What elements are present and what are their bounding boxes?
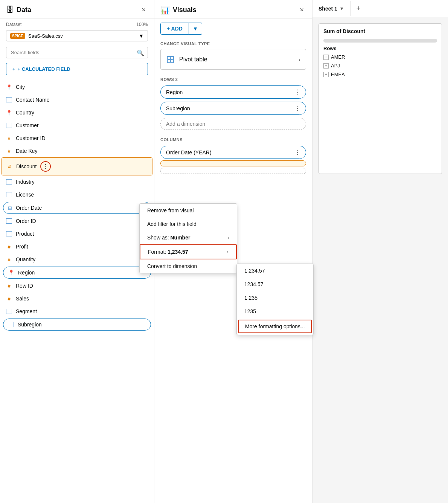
spice-badge: SPICE (10, 33, 25, 39)
add-dimension-label: Add a dimension (166, 121, 205, 127)
data-panel-close-button[interactable]: × (139, 5, 148, 15)
dim-icon (8, 322, 14, 327)
context-menu-item-convert[interactable]: Convert to dimension (140, 259, 237, 273)
dim-icon (6, 231, 12, 236)
field-name-text: License (16, 192, 34, 198)
dataset-info-row: Dataset 100% (0, 19, 154, 29)
add-dimension-pill[interactable]: Add a dimension (160, 118, 306, 130)
dim-icon (6, 97, 12, 102)
add-button-group: + ADD ▼ (160, 23, 306, 35)
context-menu-item-show-as[interactable]: Show as: Number › (140, 231, 237, 244)
context-menu-item-filter[interactable]: Add filter for this field (140, 217, 237, 231)
field-item[interactable]: Industry (0, 175, 154, 188)
field-item[interactable]: Contact Name (0, 93, 154, 106)
dim-icon (6, 309, 12, 314)
sheet-tabs-bar: Sheet 1 ▼ + (312, 0, 448, 17)
field-item[interactable]: # Quantity (0, 253, 154, 266)
order-date-pill-menu-icon[interactable]: ⋮ (294, 149, 300, 156)
format-option-1234-57[interactable]: 1,234.57 (237, 264, 313, 277)
amer-row[interactable]: + AMER (323, 53, 437, 61)
sheet-tab-label: Sheet 1 (318, 6, 337, 12)
add-button[interactable]: + ADD (160, 23, 189, 35)
search-row: 🔍 (0, 44, 154, 61)
field-item[interactable]: # Profit (0, 240, 154, 253)
search-input[interactable] (6, 47, 148, 58)
format-more-options-label: More formatting options... (245, 323, 305, 329)
visual-type-selector[interactable]: ⊞ Pivot table › (160, 49, 306, 70)
visuals-panel-close-button[interactable]: × (297, 5, 306, 15)
discount-measure-pill[interactable] (160, 160, 306, 166)
subregion-dimension-pill[interactable]: Subregion ⋮ (160, 102, 306, 115)
field-name-text: Country (16, 110, 34, 116)
date-icon: ⊞ (8, 205, 12, 211)
add-column-pill[interactable] (160, 168, 306, 174)
add-sheet-button[interactable]: + (350, 0, 367, 17)
order-date-column-pill[interactable]: Order Date (YEAR) ⋮ (160, 146, 306, 159)
data-panel-header: 🗄 Data × (0, 0, 154, 19)
horizontal-scrollbar[interactable] (323, 39, 437, 43)
field-item[interactable]: License (0, 188, 154, 201)
dataset-percentage: 100% (136, 22, 148, 27)
field-item[interactable]: Segment (0, 305, 154, 318)
format-option-1235-no-comma[interactable]: 1235 (237, 305, 313, 318)
data-panel-title: 🗄 Data (6, 6, 31, 14)
format-option-label: 1,234.57 (244, 268, 265, 274)
calculated-field-button[interactable]: + + CALCULATED FIELD (6, 63, 148, 75)
subregion-pill-name: Subregion (166, 105, 190, 111)
amer-label: AMER (331, 54, 345, 60)
emea-label: EMEA (331, 72, 345, 77)
field-item-discount[interactable]: # Discount ⋮ (2, 157, 152, 175)
rows-label-text: ROWS (160, 77, 174, 82)
field-context-menu-button[interactable]: ⋮ (40, 161, 51, 172)
field-item-order-date[interactable]: ⊞ Order Date (3, 202, 151, 214)
field-item[interactable]: 📍 City (0, 81, 154, 93)
context-menu: Remove from visual Add filter for this f… (139, 203, 237, 273)
region-pill-menu-icon[interactable]: ⋮ (294, 88, 300, 96)
format-more-options-button[interactable]: More formatting options... (238, 320, 312, 333)
context-menu-item-remove[interactable]: Remove from visual (140, 204, 237, 217)
field-item[interactable]: 📍 Country (0, 106, 154, 119)
field-name-text: Quantity (16, 256, 35, 262)
field-name-text: Customer ID (16, 135, 46, 141)
pivot-rows-label: Rows (323, 46, 437, 51)
context-menu-item-format[interactable]: Format: 1,234.57 › (140, 244, 237, 259)
geo-icon: 📍 (6, 84, 12, 90)
field-item-region[interactable]: 📍 Region (3, 267, 151, 279)
expand-icon[interactable]: + (323, 55, 329, 60)
format-option-label: 1234.57 (244, 281, 264, 287)
field-item[interactable]: # Customer ID (0, 132, 154, 145)
format-option-123457[interactable]: 1234.57 (237, 277, 313, 291)
field-item[interactable]: Product (0, 227, 154, 240)
apj-label: APJ (331, 63, 340, 69)
chevron-right-icon: › (227, 249, 229, 255)
emea-row[interactable]: + EMEA (323, 70, 437, 79)
dim-icon (6, 192, 12, 197)
field-item[interactable]: # Date Key (0, 145, 154, 157)
field-item[interactable]: Customer (0, 119, 154, 132)
apj-row[interactable]: + APJ (323, 61, 437, 70)
visual-container: Sum of Discount Rows + AMER + APJ + EMEA (318, 23, 442, 174)
sheet-content: Sum of Discount Rows + AMER + APJ + EMEA (312, 17, 448, 503)
field-name-text: Contact Name (16, 97, 49, 103)
visual-type-left: ⊞ Pivot table (166, 53, 207, 66)
expand-icon[interactable]: + (323, 63, 329, 69)
add-button-dropdown[interactable]: ▼ (189, 23, 202, 35)
field-item[interactable]: # Row ID (0, 279, 154, 292)
field-item-subregion[interactable]: Subregion (3, 319, 151, 331)
format-option-label: 1235 (244, 308, 256, 314)
pivot-table-icon: ⊞ (166, 53, 175, 66)
format-option-1235[interactable]: 1,235 (237, 291, 313, 305)
subregion-pill-menu-icon[interactable]: ⋮ (294, 105, 300, 112)
geo-icon: 📍 (6, 110, 12, 116)
dataset-selector[interactable]: SPICE SaaS-Sales.csv ▼ (6, 30, 148, 41)
context-menu-item-label: Show as: Number (147, 235, 190, 241)
sheet-tab-1[interactable]: Sheet 1 ▼ (312, 1, 350, 16)
field-item[interactable]: Order ID (0, 215, 154, 227)
field-item[interactable]: # Sales (0, 292, 154, 305)
region-dimension-pill[interactable]: Region ⋮ (160, 85, 306, 99)
dim-icon (6, 179, 12, 184)
visuals-title: 📊 Visuals (160, 6, 197, 15)
expand-icon[interactable]: + (323, 72, 329, 77)
rows-section-label: ROWS 2 (154, 74, 312, 84)
visuals-panel-header: 📊 Visuals × (154, 0, 312, 19)
